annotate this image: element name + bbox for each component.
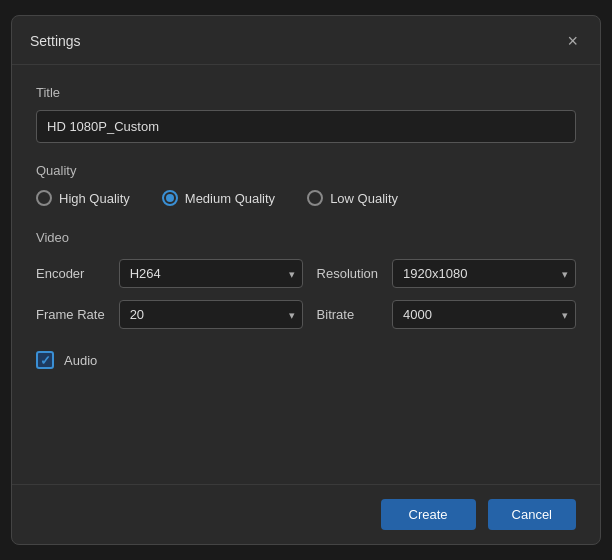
close-button[interactable]: × xyxy=(563,30,582,52)
dialog-footer: Create Cancel xyxy=(12,484,600,544)
bitrate-select[interactable]: 4000 6000 8000 12000 xyxy=(392,300,576,329)
dialog-title: Settings xyxy=(30,33,81,49)
quality-option-high[interactable]: High Quality xyxy=(36,190,130,206)
encoder-select-wrap: H264 H265 VP9 xyxy=(119,259,303,288)
bitrate-select-wrap: 4000 6000 8000 12000 xyxy=(392,300,576,329)
dialog-header: Settings × xyxy=(12,16,600,65)
audio-checkbox[interactable]: ✓ xyxy=(36,351,54,369)
settings-dialog: Settings × Title Quality High Quality Me… xyxy=(11,15,601,545)
quality-radio-group: High Quality Medium Quality Low Quality xyxy=(36,190,576,206)
resolution-select[interactable]: 1920x1080 1280x720 640x480 xyxy=(392,259,576,288)
create-button[interactable]: Create xyxy=(381,499,476,530)
radio-high-label: High Quality xyxy=(59,191,130,206)
quality-label: Quality xyxy=(36,163,576,178)
radio-medium xyxy=(162,190,178,206)
radio-low xyxy=(307,190,323,206)
radio-medium-dot xyxy=(166,194,174,202)
checkbox-check-icon: ✓ xyxy=(40,354,51,367)
audio-label: Audio xyxy=(64,353,97,368)
video-settings-grid: Encoder H264 H265 VP9 Resolution 1920x10… xyxy=(36,259,576,329)
bitrate-label: Bitrate xyxy=(317,307,378,322)
framerate-select[interactable]: 20 24 30 60 xyxy=(119,300,303,329)
quality-option-low[interactable]: Low Quality xyxy=(307,190,398,206)
video-label: Video xyxy=(36,230,576,245)
framerate-label: Frame Rate xyxy=(36,307,105,322)
audio-row: ✓ Audio xyxy=(36,351,576,369)
radio-high xyxy=(36,190,52,206)
encoder-select[interactable]: H264 H265 VP9 xyxy=(119,259,303,288)
encoder-label: Encoder xyxy=(36,266,105,281)
radio-low-label: Low Quality xyxy=(330,191,398,206)
dialog-body: Title Quality High Quality Medium Qualit… xyxy=(12,65,600,484)
radio-medium-label: Medium Quality xyxy=(185,191,275,206)
title-input[interactable] xyxy=(36,110,576,143)
framerate-select-wrap: 20 24 30 60 xyxy=(119,300,303,329)
resolution-select-wrap: 1920x1080 1280x720 640x480 xyxy=(392,259,576,288)
quality-option-medium[interactable]: Medium Quality xyxy=(162,190,275,206)
cancel-button[interactable]: Cancel xyxy=(488,499,576,530)
title-label: Title xyxy=(36,85,576,100)
resolution-label: Resolution xyxy=(317,266,378,281)
